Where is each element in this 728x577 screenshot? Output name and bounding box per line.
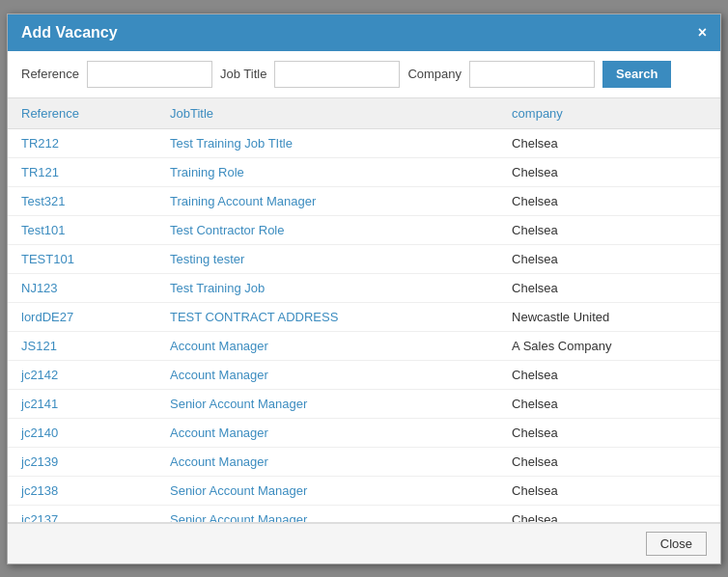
cell-reference[interactable]: TEST101 bbox=[8, 244, 156, 273]
cell-jobtitle: Test Contractor Role bbox=[156, 215, 498, 244]
cell-jobtitle: Training Account Manager bbox=[156, 186, 498, 215]
close-button[interactable]: Close bbox=[646, 532, 707, 556]
col-reference: Reference bbox=[8, 98, 156, 129]
dialog-title: Add Vacancy bbox=[21, 24, 118, 41]
search-bar: Reference Job Title Company Search bbox=[8, 51, 720, 98]
table-row[interactable]: lordDE27TEST CONTRACT ADDRESSNewcastle U… bbox=[8, 302, 720, 331]
cell-reference[interactable]: Test101 bbox=[8, 215, 156, 244]
table-row[interactable]: Test101Test Contractor RoleChelsea bbox=[8, 215, 720, 244]
cell-jobtitle: TEST CONTRACT ADDRESS bbox=[156, 302, 498, 331]
cell-jobtitle: Account Manager bbox=[156, 331, 498, 360]
cell-company: Chelsea bbox=[498, 505, 720, 523]
cell-jobtitle: Training Role bbox=[156, 157, 498, 186]
cell-jobtitle: Test Training Job bbox=[156, 273, 498, 302]
cell-jobtitle: Account Manager bbox=[156, 418, 498, 447]
dialog-footer: Close bbox=[8, 523, 720, 563]
vacancy-table-container: Reference JobTitle company TR212Test Tra… bbox=[8, 98, 720, 523]
cell-company: Chelsea bbox=[498, 244, 720, 273]
cell-reference[interactable]: JS121 bbox=[8, 331, 156, 360]
close-x-button[interactable]: × bbox=[698, 25, 707, 41]
company-label: Company bbox=[407, 67, 462, 81]
cell-company: Chelsea bbox=[498, 447, 720, 476]
jobtitle-label: Job Title bbox=[220, 67, 266, 81]
reference-label: Reference bbox=[21, 67, 79, 81]
vacancy-table: Reference JobTitle company TR212Test Tra… bbox=[8, 98, 720, 523]
table-header-row: Reference JobTitle company bbox=[8, 98, 720, 129]
add-vacancy-dialog: Add Vacancy × Reference Job Title Compan… bbox=[7, 14, 721, 564]
table-row[interactable]: jc2137Senior Account ManagerChelsea bbox=[8, 505, 720, 523]
cell-jobtitle: Senior Account Manager bbox=[156, 476, 498, 505]
cell-jobtitle: Senior Account Manager bbox=[156, 389, 498, 418]
table-row[interactable]: NJ123Test Training JobChelsea bbox=[8, 273, 720, 302]
table-row[interactable]: TEST101Testing testerChelsea bbox=[8, 244, 720, 273]
cell-company: Chelsea bbox=[498, 157, 720, 186]
cell-reference[interactable]: jc2141 bbox=[8, 389, 156, 418]
cell-reference[interactable]: jc2139 bbox=[8, 447, 156, 476]
cell-jobtitle: Testing tester bbox=[156, 244, 498, 273]
company-input[interactable] bbox=[469, 61, 595, 88]
cell-reference[interactable]: Test321 bbox=[8, 186, 156, 215]
table-row[interactable]: jc2142Account ManagerChelsea bbox=[8, 360, 720, 389]
table-row[interactable]: jc2141Senior Account ManagerChelsea bbox=[8, 389, 720, 418]
cell-jobtitle: Account Manager bbox=[156, 447, 498, 476]
cell-reference[interactable]: jc2138 bbox=[8, 476, 156, 505]
col-jobtitle: JobTitle bbox=[156, 98, 498, 129]
search-button[interactable]: Search bbox=[602, 61, 671, 88]
cell-company: Chelsea bbox=[498, 128, 720, 157]
table-row[interactable]: Test321Training Account ManagerChelsea bbox=[8, 186, 720, 215]
reference-input[interactable] bbox=[87, 61, 212, 88]
table-row[interactable]: TR212Test Training Job TItleChelsea bbox=[8, 128, 720, 157]
jobtitle-input[interactable] bbox=[274, 61, 400, 88]
cell-company: A Sales Company bbox=[498, 331, 720, 360]
cell-reference[interactable]: NJ123 bbox=[8, 273, 156, 302]
cell-reference[interactable]: jc2140 bbox=[8, 418, 156, 447]
cell-reference[interactable]: jc2142 bbox=[8, 360, 156, 389]
cell-company: Chelsea bbox=[498, 186, 720, 215]
cell-reference[interactable]: lordDE27 bbox=[8, 302, 156, 331]
dialog-header: Add Vacancy × bbox=[8, 14, 720, 51]
cell-jobtitle: Senior Account Manager bbox=[156, 505, 498, 523]
cell-company: Chelsea bbox=[498, 360, 720, 389]
cell-company: Chelsea bbox=[498, 273, 720, 302]
cell-company: Chelsea bbox=[498, 389, 720, 418]
cell-reference[interactable]: TR121 bbox=[8, 157, 156, 186]
cell-company: Chelsea bbox=[498, 476, 720, 505]
cell-reference[interactable]: TR212 bbox=[8, 128, 156, 157]
table-row[interactable]: TR121Training RoleChelsea bbox=[8, 157, 720, 186]
table-row[interactable]: jc2140Account ManagerChelsea bbox=[8, 418, 720, 447]
cell-jobtitle: Test Training Job TItle bbox=[156, 128, 498, 157]
cell-company: Chelsea bbox=[498, 215, 720, 244]
cell-jobtitle: Account Manager bbox=[156, 360, 498, 389]
table-row[interactable]: JS121Account ManagerA Sales Company bbox=[8, 331, 720, 360]
cell-reference[interactable]: jc2137 bbox=[8, 505, 156, 523]
table-row[interactable]: jc2138Senior Account ManagerChelsea bbox=[8, 476, 720, 505]
cell-company: Chelsea bbox=[498, 418, 720, 447]
cell-company: Newcastle United bbox=[498, 302, 720, 331]
table-row[interactable]: jc2139Account ManagerChelsea bbox=[8, 447, 720, 476]
col-company: company bbox=[498, 98, 720, 129]
